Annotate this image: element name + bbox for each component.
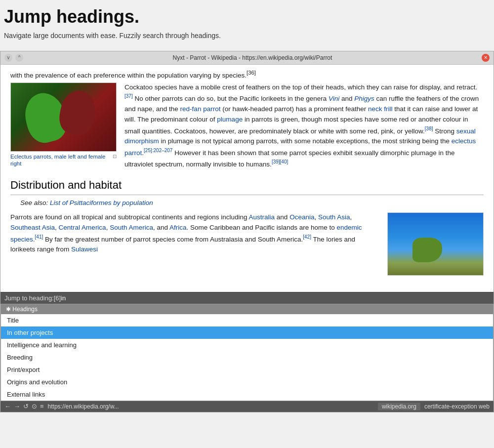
reload-icon[interactable]: ↺ [23, 403, 29, 410]
title-bar: v ^ Nyxt - Parrot - Wikipedia - https://… [0, 51, 494, 65]
command-label: Jump to heading:[6] [4, 294, 61, 302]
distribution-image [387, 212, 484, 276]
heading-item-external-links[interactable]: External links [1, 388, 493, 401]
distribution-section: Distribution and habitat See also: List … [10, 177, 484, 276]
status-bar-left: ← → ↺ ⊙ ≡ [4, 403, 44, 410]
menu-icon[interactable]: ≡ [40, 403, 44, 410]
title-bar-controls: v ^ [4, 54, 23, 62]
command-input[interactable] [61, 294, 144, 302]
dist-section: Parrots are found on all tropical and su… [10, 212, 484, 276]
heading-item-print-export[interactable]: Print/export [1, 364, 493, 376]
image-caption-link[interactable]: Eclectus parrots, male left and female r… [10, 154, 105, 167]
status-domain: wikipedia.org [378, 403, 420, 410]
close-button[interactable]: ✕ [482, 54, 490, 62]
see-also: See also: List of Psittaciformes by popu… [20, 198, 484, 208]
section-heading-distribution: Distribution and habitat [10, 177, 484, 195]
browser-title: Nyxt - Parrot - Wikipedia - https://en.w… [23, 54, 482, 61]
wiki-section: ⊡ Eclectus parrots, male left and female… [10, 82, 484, 170]
heading-item-origins[interactable]: Origins and evolution [1, 376, 493, 388]
heading-item-intelligence[interactable]: Intelligence and learning [1, 339, 493, 351]
image-caption: ⊡ Eclectus parrots, male left and female… [10, 153, 117, 168]
command-bar: Jump to heading:[6] [0, 292, 494, 304]
home-icon[interactable]: ⊙ [32, 403, 37, 410]
minimize-button[interactable]: v [4, 54, 12, 62]
dist-text: Parrots are found on all tropical and su… [10, 212, 379, 276]
heading-item-breeding[interactable]: Breeding [1, 351, 493, 364]
status-right: certificate-exception web [424, 403, 490, 410]
heading-dropdown: ✱ Headings Title In other projects Intel… [0, 304, 494, 401]
heading-item-title[interactable]: Title [1, 314, 493, 326]
status-url: https://en.wikipedia.org/w... [48, 403, 374, 410]
top-text: with the prevalence of each preference w… [10, 65, 484, 81]
forward-icon[interactable]: → [14, 403, 20, 410]
parrot-image [10, 82, 117, 152]
wiki-text-block: Cockatoo species have a mobile crest of … [124, 82, 484, 170]
expand-icon[interactable]: ⊡ [113, 153, 117, 160]
ref-36: [36] [247, 70, 256, 76]
maximize-button[interactable]: ^ [15, 54, 23, 62]
page-title: Jump headings. [4, 6, 490, 27]
see-also-link[interactable]: List of Psittaciformes by population [50, 199, 153, 206]
heading-item-in-other-projects[interactable]: In other projects [1, 326, 493, 339]
status-bar: ← → ↺ ⊙ ≡ https://en.wikipedia.org/w... … [0, 401, 494, 412]
browser-window: v ^ Nyxt - Parrot - Wikipedia - https://… [0, 51, 494, 412]
back-icon[interactable]: ← [4, 403, 11, 410]
wiki-image-block: ⊡ Eclectus parrots, male left and female… [10, 82, 117, 170]
page-header: Jump headings. Navigate large documents … [0, 0, 494, 45]
page-subtitle: Navigate large documents with ease. Fuzz… [4, 31, 231, 41]
browser-content: with the prevalence of each preference w… [0, 65, 494, 292]
dropdown-header: ✱ Headings [1, 304, 493, 314]
